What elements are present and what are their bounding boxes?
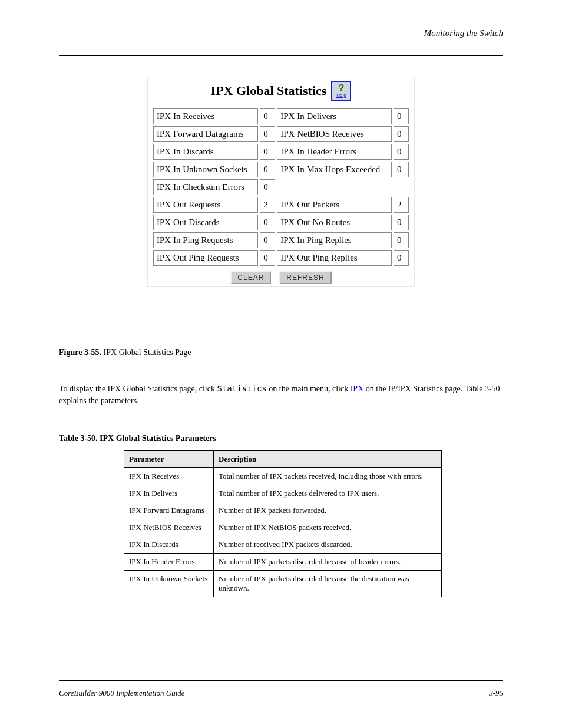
table-row: IPX Out Requests 2 IPX Out Packets 2 — [153, 197, 409, 213]
stat-label: IPX Out Ping Requests — [153, 250, 258, 266]
table-row: IPX In Ping Requests 0 IPX In Ping Repli… — [153, 232, 409, 248]
stat-value: 0 — [260, 250, 275, 266]
figure-caption: Figure 3-55. IPX Global Statistics Page — [59, 348, 191, 357]
stat-label: IPX In Max Hops Exceeded — [277, 162, 392, 177]
stats-table: IPX In Receives 0 IPX In Delivers 0 IPX … — [151, 107, 411, 268]
stat-value: 2 — [394, 197, 409, 213]
stat-label: IPX In Checksum Errors — [153, 179, 258, 195]
stat-value: 2 — [260, 197, 275, 213]
rule-top — [59, 55, 503, 56]
table-row: IPX Forward Datagrams 0 IPX NetBIOS Rece… — [153, 126, 409, 142]
help-icon[interactable]: ? Help — [331, 81, 351, 101]
clear-button[interactable]: CLEAR — [230, 271, 271, 284]
stat-label: IPX In Header Errors — [277, 144, 392, 160]
stat-value: 0 — [394, 250, 409, 266]
table-row: IPX In DiscardsNumber of received IPX pa… — [124, 536, 442, 554]
col-description: Description — [214, 451, 442, 468]
stat-value: 0 — [260, 179, 275, 195]
stat-label: IPX Out Packets — [277, 197, 392, 213]
col-parameter: Parameter — [124, 451, 214, 468]
refresh-button[interactable]: REFRESH — [279, 271, 331, 284]
stat-label: IPX Out Requests — [153, 197, 258, 213]
figure-ipx-global-statistics: IPX Global Statistics ? Help IPX In Rece… — [0, 77, 562, 287]
table-row: IPX In Discards 0 IPX In Header Errors 0 — [153, 144, 409, 160]
stat-value: 0 — [260, 215, 275, 230]
stat-label: IPX Out Discards — [153, 215, 258, 230]
ipx-link[interactable]: IPX — [351, 384, 364, 393]
stat-value: 0 — [394, 162, 409, 177]
table-row: IPX In ReceivesTotal number of IPX packe… — [124, 468, 442, 485]
stat-label: IPX In Unknown Sockets — [153, 162, 258, 177]
stat-value: 0 — [394, 215, 409, 230]
stat-value: 0 — [394, 108, 409, 124]
table-row: IPX Forward DatagramsNumber of IPX packe… — [124, 502, 442, 519]
intro-paragraph: To display the IPX Global Statistics pag… — [59, 383, 503, 406]
stat-label: IPX In Receives — [153, 108, 258, 124]
stat-label: IPX In Delivers — [277, 108, 392, 124]
table-row: IPX In Unknown Sockets 0 IPX In Max Hops… — [153, 162, 409, 177]
stat-label: IPX In Ping Replies — [277, 232, 392, 248]
stat-value: 0 — [260, 126, 275, 142]
footer-left: CoreBuilder 9000 Implementation Guide — [59, 689, 185, 698]
stat-label: IPX Out Ping Replies — [277, 250, 392, 266]
stat-value: 0 — [260, 232, 275, 248]
table-title: Table 3-50. IPX Global Statistics Parame… — [59, 434, 216, 443]
stat-label: IPX Forward Datagrams — [153, 126, 258, 142]
stat-label: IPX NetBIOS Receives — [277, 126, 392, 142]
table-row: IPX In Checksum Errors 0 — [153, 179, 409, 195]
stat-value: 0 — [394, 232, 409, 248]
table-row: IPX NetBIOS ReceivesNumber of IPX NetBIO… — [124, 519, 442, 536]
table-row: IPX Out Discards 0 IPX Out No Routes 0 — [153, 215, 409, 230]
stat-label: IPX In Discards — [153, 144, 258, 160]
figure-title: IPX Global Statistics — [211, 83, 327, 98]
stat-value: 0 — [260, 144, 275, 160]
stat-value: 0 — [260, 108, 275, 124]
rule-bottom — [59, 680, 503, 681]
table-row: IPX In Header ErrorsNumber of IPX packet… — [124, 554, 442, 571]
section-header: Monitoring the Switch — [424, 28, 503, 38]
description-table: Parameter Description IPX In ReceivesTot… — [124, 450, 442, 597]
table-row: IPX Out Ping Requests 0 IPX Out Ping Rep… — [153, 250, 409, 266]
stat-value: 0 — [394, 126, 409, 142]
stat-label: IPX In Ping Requests — [153, 232, 258, 248]
stat-value: 0 — [394, 144, 409, 160]
table-row: IPX In DeliversTotal number of IPX packe… — [124, 485, 442, 502]
table-row: IPX In Unknown SocketsNumber of IPX pack… — [124, 571, 442, 597]
stat-label: IPX Out No Routes — [277, 215, 392, 230]
table-row: IPX In Receives 0 IPX In Delivers 0 — [153, 108, 409, 124]
footer-right: 3-95 — [489, 689, 503, 698]
stat-value: 0 — [260, 162, 275, 177]
